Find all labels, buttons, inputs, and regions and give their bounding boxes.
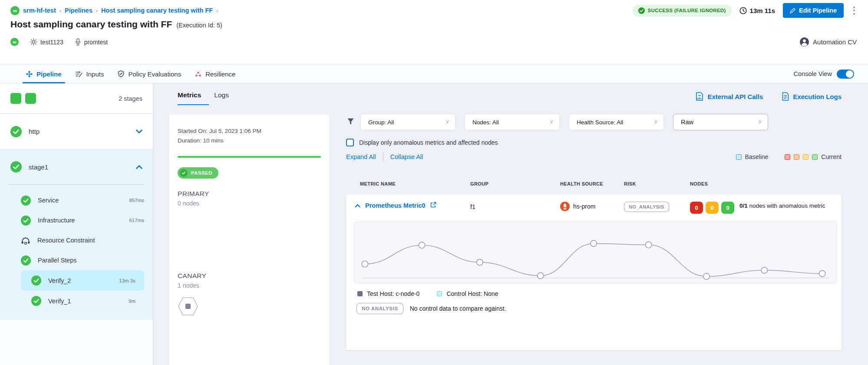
verification-progress-bar <box>178 156 321 158</box>
svg-text:API: API <box>697 97 701 100</box>
baseline-legend-label: Baseline <box>745 153 769 160</box>
api-document-icon: API <box>696 92 703 101</box>
expand-all-link[interactable]: Expand All <box>346 153 376 160</box>
step-label: Verify_1 <box>48 298 71 305</box>
tab-resilience[interactable]: Resilience <box>188 65 242 83</box>
breadcrumb: ∞ srm-hf-test › Pipelines › Host samplin… <box>10 3 857 17</box>
monitored-service-tag-label: promtest <box>84 39 108 46</box>
execution-logs-link[interactable]: Execution Logs <box>782 92 842 101</box>
prometheus-icon <box>560 202 570 211</box>
page-header: ∞ srm-hf-test › Pipelines › Host samplin… <box>0 0 868 64</box>
elapsed-time-value: 13m 11s <box>750 7 775 14</box>
breadcrumb-separator: › <box>216 7 218 14</box>
stage-stage1[interactable]: stage1 <box>0 149 153 184</box>
filter-funnel-icon <box>347 118 354 127</box>
canary-node-hexagon[interactable] <box>178 297 198 318</box>
view-mode-value: Raw <box>681 119 693 126</box>
nodes-filter-select[interactable]: Nodes: All ˅ <box>465 114 560 130</box>
triggered-by-user: Automation CV <box>800 37 857 46</box>
chevron-up-icon[interactable] <box>136 163 142 171</box>
service-tag[interactable]: test1123 <box>30 38 63 46</box>
red-count-chip: 0 <box>690 202 703 214</box>
metric-name-link[interactable]: Prometheus Metric0 <box>365 202 426 209</box>
collapse-all-link[interactable]: Collapse All <box>390 153 423 160</box>
test-host-swatch <box>357 291 363 296</box>
step-duration: 617ms <box>129 218 144 223</box>
external-link-icon[interactable] <box>430 202 436 209</box>
chart-color-legend: Baseline Current <box>736 153 842 160</box>
stage-count: 2 stages <box>119 95 142 102</box>
harness-logo-icon: ∞ <box>10 6 20 15</box>
tab-logs[interactable]: Logs <box>214 91 229 105</box>
step-infrastructure[interactable]: Infrastructure 617ms <box>0 210 153 230</box>
document-icon <box>782 92 789 101</box>
inputs-icon <box>76 71 83 77</box>
metric-row: Prometheus Metric0 f1 hs-prom NO_ANALYSI… <box>346 195 842 214</box>
step-label: Verify_2 <box>48 277 71 284</box>
breadcrumb-project[interactable]: srm-hf-test <box>23 7 56 14</box>
chevron-down-icon[interactable] <box>136 128 142 136</box>
view-mode-select[interactable]: Raw ˅ <box>673 114 768 130</box>
external-api-calls-link[interactable]: API External API Calls <box>696 92 763 101</box>
console-view-toggle[interactable] <box>837 70 854 79</box>
group-filter-select[interactable]: Group: All ˅ <box>360 114 455 130</box>
divider <box>383 153 383 161</box>
breadcrumb-pipeline-name[interactable]: Host sampling canary testing with FF <box>101 7 213 14</box>
step-service[interactable]: Service 857ms <box>0 190 153 210</box>
pipeline-execution-page: ∞ srm-hf-test › Pipelines › Host samplin… <box>0 0 868 365</box>
success-check-icon <box>31 296 41 306</box>
health-source-filter-select[interactable]: Health Source: All ˅ <box>569 114 664 130</box>
service-health-icon: ∞ <box>10 38 19 46</box>
collapse-metric-chevron-icon[interactable] <box>355 202 360 209</box>
col-health-source: HEALTH SOURCE <box>560 181 624 186</box>
passed-badge: PASSED <box>178 167 218 179</box>
metric-line-chart <box>354 222 837 283</box>
control-host-label: Control Host: None <box>446 290 498 297</box>
execution-logs-label: Execution Logs <box>793 93 842 100</box>
breadcrumb-pipelines[interactable]: Pipelines <box>65 7 92 14</box>
nodes-ratio: 0/1 <box>739 202 748 209</box>
monitored-service-tag[interactable]: promtest <box>75 38 108 46</box>
edit-pipeline-button[interactable]: Edit Pipeline <box>783 3 844 18</box>
current-yellow-swatch <box>803 154 809 160</box>
stages-summary: 2 stages <box>0 83 153 114</box>
chevron-down-icon: ˅ <box>759 119 762 125</box>
step-parallel-steps[interactable]: Parallel Steps <box>0 250 153 270</box>
current-orange-swatch <box>794 154 799 160</box>
primary-label: PRIMARY <box>178 190 321 198</box>
nodes-caption: 0/1 nodes with anomalous metric <box>739 202 825 210</box>
canary-label: CANARY <box>178 272 321 280</box>
group-filter-value: Group: All <box>368 119 394 126</box>
pipeline-icon <box>26 71 33 77</box>
step-label: Resource Constraint <box>37 237 95 244</box>
status-badge-label: SUCCESS (FAILURE IGNORED) <box>648 8 726 13</box>
stage-square-icon <box>10 93 21 104</box>
anomalous-only-checkbox[interactable] <box>346 139 354 146</box>
tab-resilience-label: Resilience <box>205 70 235 78</box>
resource-constraint-icon <box>21 236 30 245</box>
col-metric-name: METRIC NAME <box>360 181 470 186</box>
col-nodes: NODES <box>690 181 842 186</box>
baseline-swatch <box>736 154 742 160</box>
anomalous-only-label: Display only anomalous metrics and affec… <box>359 139 498 146</box>
stage-square-icon <box>25 93 36 104</box>
resilience-icon <box>195 71 201 77</box>
current-legend-label: Current <box>821 153 842 160</box>
clock-icon <box>739 7 747 14</box>
tab-pipeline[interactable]: Pipeline <box>19 65 69 83</box>
stage-http[interactable]: http <box>0 114 153 149</box>
col-risk: RISK <box>624 181 690 186</box>
nodes-caption-text: nodes with anomalous metric <box>749 202 825 209</box>
primary-node-count: 0 nodes <box>178 200 321 207</box>
green-count-chip: 0 <box>721 202 734 214</box>
tab-policy-evaluations-label: Policy Evaluations <box>128 70 181 78</box>
step-verify-2[interactable]: Verify_2 13m 3s <box>21 270 144 291</box>
step-verify-1[interactable]: Verify_1 9m <box>21 291 144 311</box>
more-options-menu[interactable] <box>851 4 857 17</box>
step-resource-constraint[interactable]: Resource Constraint <box>0 230 153 250</box>
tab-policy-evaluations[interactable]: Policy Evaluations <box>111 65 188 83</box>
nodes-filter-value: Nodes: All <box>472 119 499 126</box>
tab-inputs[interactable]: Inputs <box>69 65 111 83</box>
tab-metrics[interactable]: Metrics <box>178 91 201 105</box>
console-view-label: Console View <box>794 70 832 77</box>
